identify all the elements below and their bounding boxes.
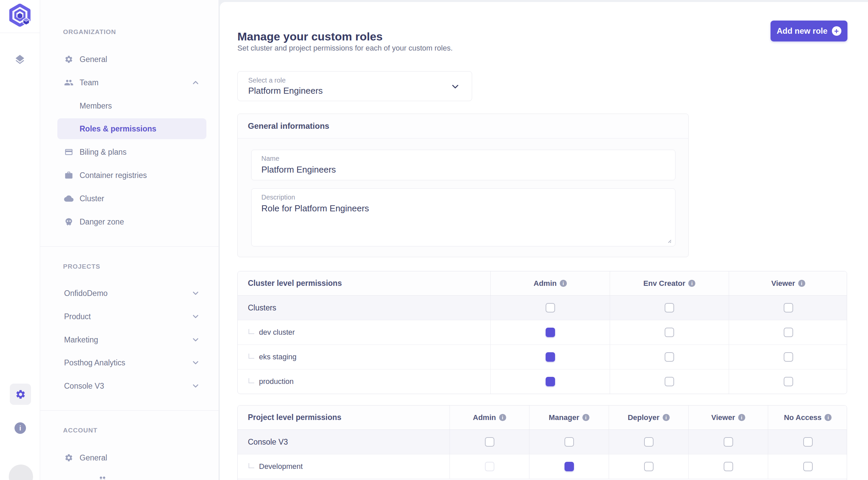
name-field[interactable]: Name Platform Engineers [251,150,675,180]
column-header-label: Admini [533,279,567,288]
permission-checkbox-unchecked[interactable] [546,303,555,312]
chevron-down-icon[interactable] [191,312,200,321]
info-icon[interactable]: i [688,280,695,287]
permission-checkbox-checked[interactable] [546,328,555,337]
sidebar-item-team[interactable]: Team [57,72,206,93]
users-icon[interactable] [98,475,109,480]
sidebar-item-members[interactable]: Members [57,95,206,116]
checkbox-cell [610,296,729,320]
sidebar-item-label: Roles & permissions [80,124,156,133]
permission-checkbox-unchecked[interactable] [665,328,674,337]
row-label: dev cluster [259,328,295,337]
permission-checkbox-disabled[interactable] [485,462,494,471]
table-row-clusters: Clusters [238,296,847,320]
permission-checkbox-unchecked[interactable] [644,437,654,447]
permission-checkbox-unchecked[interactable] [665,377,674,386]
permission-checkbox-unchecked[interactable] [803,437,813,447]
checkbox-cell [490,369,610,394]
info-icon[interactable]: i [738,414,745,421]
chevron-up-icon[interactable] [191,78,200,87]
permission-checkbox-unchecked[interactable] [724,437,733,447]
sidebar-item-marketing[interactable]: Marketing [57,329,206,350]
column-header-label: Vieweri [771,279,805,288]
row-label: Development [259,462,303,471]
main-content-card: Manage your custom roles Set cluster and… [220,2,868,480]
sidebar-item-console-v3[interactable]: Console V3 [57,376,206,396]
description-field[interactable]: Description Role for Platform Engineers [251,188,675,246]
child-corner-icon [249,329,254,334]
permission-checkbox-unchecked[interactable] [803,462,813,471]
permission-checkbox-unchecked[interactable] [665,352,674,362]
checkbox-cell [450,454,529,479]
permission-checkbox-unchecked[interactable] [644,462,654,471]
avatar[interactable] [9,464,33,480]
info-icon[interactable]: i [499,414,506,421]
checkbox-cell [529,430,609,454]
info-icon[interactable]: i [15,422,26,434]
sidebar-item-biling-plans[interactable]: Biling & plans [57,142,206,162]
role-select-dropdown[interactable]: Select a role Platform Engineers [237,71,472,101]
sidebar-item-container-registries[interactable]: Container registries [57,165,206,186]
registry-icon [64,171,74,180]
child-corner-icon [249,378,254,383]
column-header-admin: Admini [450,406,529,429]
permission-checkbox-checked[interactable] [546,377,555,386]
permission-checkbox-unchecked[interactable] [784,303,793,312]
settings-gear-button[interactable] [10,384,31,405]
checkbox-cell [610,345,729,369]
permission-checkbox-unchecked[interactable] [665,303,674,312]
general-informations-card: General informations Name Platform Engin… [237,114,689,257]
name-field-value: Platform Engineers [261,164,336,175]
sidebar-item-label: Members [80,101,112,111]
permission-checkbox-checked[interactable] [565,462,574,471]
column-header-env-creator: Env Creatori [610,271,729,295]
cloud-icon [64,194,74,203]
permission-checkbox-checked[interactable] [546,352,555,362]
sidebar-item-onfidodemo[interactable]: OnfidoDemo [57,283,206,304]
permission-checkbox-unchecked[interactable] [485,437,494,447]
sidebar-item-danger-zone[interactable]: Danger zone [57,211,206,232]
permission-checkbox-unchecked[interactable] [784,377,793,386]
checkbox-cell [768,454,847,479]
checkbox-cell [688,454,768,479]
sidebar-item-product[interactable]: Product [57,306,206,327]
chevron-down-icon[interactable] [191,358,200,367]
chevron-down-icon[interactable] [191,381,200,391]
chevron-down-icon[interactable] [191,289,200,298]
column-header-label: Vieweri [711,413,745,422]
sidebar-item-general[interactable]: General [57,49,206,70]
row-label-cell: production [238,369,490,394]
column-header-viewer: Vieweri [729,271,847,295]
info-icon[interactable]: i [663,414,670,421]
resize-handle-icon[interactable] [666,238,672,243]
qovery-logo-icon[interactable] [9,4,31,27]
sidebar: ORGANIZATIONGeneralTeamMembersRoles & pe… [40,0,219,480]
sidebar-item-general[interactable]: General [57,447,206,468]
permission-checkbox-unchecked[interactable] [784,352,793,362]
table-row-development: Development [238,454,847,479]
info-icon[interactable]: i [582,414,589,421]
chevron-down-icon[interactable] [191,335,200,344]
info-icon[interactable]: i [824,414,832,421]
layers-icon[interactable] [14,54,26,66]
sidebar-item-cluster[interactable]: Cluster [57,188,206,209]
section-label-projects: PROJECTS [63,263,100,270]
column-header-admin: Admini [490,271,610,295]
permission-checkbox-unchecked[interactable] [724,462,733,471]
checkbox-cell [610,369,729,394]
checkbox-cell [729,320,847,344]
permission-checkbox-unchecked[interactable] [784,328,793,337]
table-row-eks-staging: eks staging [238,345,847,369]
info-icon[interactable]: i [560,280,567,287]
row-label: eks staging [259,353,296,361]
info-icon[interactable]: i [798,280,805,287]
sidebar-item-posthog-analytics[interactable]: Posthog Analytics [57,352,206,373]
checkbox-cell [450,430,529,454]
checkbox-cell [490,320,610,344]
column-header-viewer: Vieweri [688,406,768,429]
checkbox-cell [609,430,688,454]
sidebar-item-label: Product [64,312,91,321]
add-new-role-button[interactable]: Add new role [771,21,847,41]
permission-checkbox-unchecked[interactable] [565,437,574,447]
sidebar-item-roles-permissions[interactable]: Roles & permissions [57,118,206,139]
